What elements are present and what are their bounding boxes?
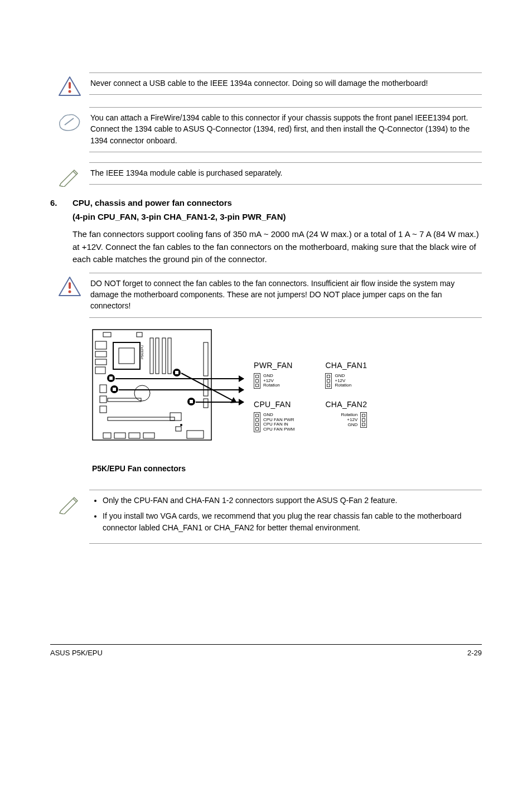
pin-header: CHA_FAN2: [325, 399, 367, 410]
svg-point-5: [69, 290, 71, 293]
svg-rect-40: [143, 433, 154, 438]
arrow-pwr-fan: [115, 378, 244, 379]
svg-rect-13: [113, 342, 140, 369]
pencil-icon: [50, 162, 89, 187]
svg-rect-32: [100, 406, 107, 413]
svg-rect-35: [176, 427, 181, 431]
section-title: CPU, chassis and power fan connectors: [72, 197, 482, 209]
svg-point-2: [69, 90, 71, 93]
svg-point-36: [180, 424, 182, 426]
pin-cha-fan2: CHA_FAN2 Rotation +12V GND: [325, 399, 367, 428]
svg-rect-44: [204, 399, 208, 408]
notes-list: Only the CPU-FAN and CHA-FAN 1-2 connect…: [90, 495, 481, 533]
pin-cha-fan1: CHA_FAN1 GND +12V Rotation: [325, 360, 367, 389]
section-paragraph: The fan connectors support cooling fans …: [72, 228, 482, 266]
callout-info-firewire: You can attach a FireWire/1394 cable to …: [50, 107, 482, 152]
svg-rect-34: [170, 413, 181, 421]
svg-text:P5K/EPU: P5K/EPU: [141, 345, 144, 359]
pin-header: CPU_FAN: [254, 399, 294, 410]
svg-rect-1: [69, 82, 71, 89]
svg-rect-14: [119, 348, 134, 364]
svg-rect-18: [162, 338, 166, 374]
svg-rect-19: [168, 338, 171, 374]
callout-caution-fan: DO NOT forget to connect the fan cables …: [50, 273, 482, 318]
arrow-cha-fan1: [119, 389, 244, 390]
svg-rect-7: [103, 332, 111, 337]
svg-point-28: [134, 385, 150, 401]
svg-rect-38: [114, 433, 125, 438]
pin-header: PWR_FAN: [254, 360, 294, 371]
svg-rect-16: [150, 338, 153, 374]
footer-left: ASUS P5K/EPU: [50, 648, 103, 659]
svg-rect-33: [108, 417, 175, 421]
callout-note-qfan: Only the CPU-FAN and CHA-FAN 1-2 connect…: [50, 490, 482, 544]
svg-rect-39: [129, 433, 140, 438]
fan-connector-diagram: P5K/EPU: [92, 329, 482, 457]
svg-rect-8: [137, 332, 142, 337]
svg-rect-23: [113, 388, 116, 391]
callout-text: The IEEE 1394a module cable is purchased…: [89, 162, 482, 185]
section-subtitle: (4-pin CPU_FAN, 3-pin CHA_FAN1-2, 3-pin …: [72, 211, 482, 223]
svg-rect-42: [204, 342, 208, 376]
page-footer: ASUS P5K/EPU 2-29: [50, 644, 482, 659]
svg-rect-37: [103, 433, 111, 438]
callout-text: Never connect a USB cable to the IEEE 13…: [89, 73, 482, 95]
callout-caution-usb: Never connect a USB cable to the IEEE 13…: [50, 73, 482, 97]
callout-text: You can attach a FireWire/1394 cable to …: [89, 107, 482, 152]
svg-rect-27: [190, 400, 193, 403]
diagram-caption: P5K/EPU Fan connectors: [92, 463, 482, 474]
svg-rect-11: [95, 359, 107, 365]
caution-icon: [50, 273, 89, 297]
section-6: 6. CPU, chassis and power fan connectors…: [50, 197, 482, 269]
svg-rect-10: [95, 351, 107, 357]
callout-note-cable: The IEEE 1394a module cable is purchased…: [50, 162, 482, 187]
svg-rect-9: [95, 341, 107, 349]
svg-rect-4: [69, 282, 71, 289]
arrow-cha-fan2: [196, 402, 244, 403]
svg-rect-41: [187, 431, 204, 438]
callout-text: DO NOT forget to connect the fan cables …: [89, 273, 482, 318]
svg-rect-17: [156, 338, 159, 374]
section-number: 6.: [50, 197, 72, 269]
pin-pwr-fan: PWR_FAN GND +12V Rotation: [254, 360, 294, 389]
list-item: Only the CPU-FAN and CHA-FAN 1-2 connect…: [103, 495, 481, 506]
svg-rect-25: [175, 371, 178, 374]
svg-rect-21: [109, 376, 113, 380]
svg-rect-29: [100, 385, 107, 393]
motherboard-outline: P5K/EPU: [92, 329, 212, 441]
caution-icon: [50, 73, 89, 97]
svg-rect-12: [95, 367, 105, 374]
svg-rect-31: [108, 398, 141, 402]
hand-icon: [50, 107, 89, 133]
footer-right: 2-29: [467, 648, 482, 659]
pencil-icon: [50, 490, 89, 514]
list-item: If you install two VGA cards, we recomme…: [103, 510, 481, 533]
svg-rect-30: [100, 396, 107, 403]
pin-header: CHA_FAN1: [325, 360, 367, 371]
svg-rect-6: [93, 330, 211, 440]
pin-cpu-fan: CPU_FAN GND CPU FAN PWR CPU FAN IN CPU F…: [254, 399, 294, 432]
